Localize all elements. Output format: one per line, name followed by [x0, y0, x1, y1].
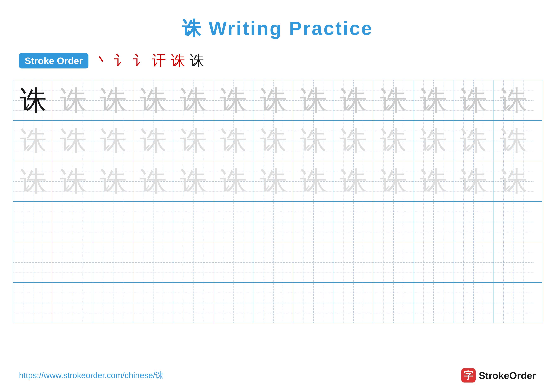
grid-cell: 诛: [373, 121, 413, 161]
stroke-5: 诛: [171, 51, 185, 70]
char-display: 诛: [220, 168, 247, 195]
grid-cell[interactable]: [333, 283, 373, 323]
grid-cell[interactable]: [293, 283, 333, 323]
grid-cell: 诛: [453, 80, 493, 120]
char-display: 诛: [260, 128, 287, 154]
char-display: 诛: [460, 87, 487, 114]
grid-cell: 诛: [333, 161, 373, 201]
grid-cell[interactable]: [13, 283, 53, 323]
grid-cell[interactable]: [413, 242, 453, 282]
footer-logo-text: StrokeOrder: [479, 370, 536, 381]
grid-cell[interactable]: [253, 242, 293, 282]
grid-cell: 诛: [253, 161, 293, 201]
grid-cell: 诛: [53, 161, 93, 201]
grid-cell[interactable]: [13, 242, 53, 282]
char-display: 诛: [380, 128, 407, 154]
grid-row-5: [13, 242, 542, 283]
grid-cell[interactable]: [493, 202, 533, 242]
page-title: 诛 Writing Practice: [0, 0, 555, 42]
grid-cell: 诛: [53, 121, 93, 161]
grid-cell[interactable]: [293, 242, 333, 282]
grid-cell: 诛: [133, 80, 173, 120]
char-display: 诛: [420, 128, 447, 154]
grid-cell[interactable]: [173, 283, 213, 323]
grid-cell[interactable]: [173, 242, 213, 282]
grid-row-6: [13, 283, 542, 323]
grid-row-4: [13, 202, 542, 242]
grid-cell[interactable]: [213, 242, 253, 282]
char-display: 诛: [340, 128, 367, 154]
grid-cell[interactable]: [93, 283, 133, 323]
stroke-order-badge: Stroke Order: [19, 53, 88, 68]
grid-cell: 诛: [133, 121, 173, 161]
char-display: 诛: [100, 87, 127, 114]
grid-cell[interactable]: [93, 202, 133, 242]
footer-url[interactable]: https://www.strokeorder.com/chinese/诛: [19, 370, 163, 381]
grid-cell[interactable]: [13, 202, 53, 242]
grid-cell[interactable]: [373, 283, 413, 323]
grid-cell[interactable]: [213, 202, 253, 242]
char-display: 诛: [260, 87, 287, 114]
char-display: 诛: [180, 87, 207, 114]
grid-cell: 诛: [213, 161, 253, 201]
grid-cell: 诛: [493, 80, 533, 120]
grid-cell[interactable]: [53, 202, 93, 242]
grid-cell[interactable]: [453, 283, 493, 323]
char-display: 诛: [100, 168, 127, 195]
grid-cell: 诛: [13, 80, 53, 120]
grid-cell[interactable]: [53, 283, 93, 323]
grid-row-1: 诛 诛 诛 诛 诛 诛 诛 诛: [13, 80, 542, 121]
grid-cell[interactable]: [173, 202, 213, 242]
practice-grid: 诛 诛 诛 诛 诛 诛 诛 诛: [13, 80, 542, 323]
stroke-4: 讦: [152, 51, 166, 70]
footer: https://www.strokeorder.com/chinese/诛 字 …: [0, 368, 555, 383]
grid-cell[interactable]: [373, 242, 413, 282]
grid-cell: 诛: [253, 80, 293, 120]
grid-cell[interactable]: [213, 283, 253, 323]
grid-cell[interactable]: [413, 283, 453, 323]
grid-cell: 诛: [413, 121, 453, 161]
grid-cell[interactable]: [53, 242, 93, 282]
strokeorder-logo-icon: 字: [461, 368, 475, 383]
grid-cell[interactable]: [333, 202, 373, 242]
grid-cell[interactable]: [373, 202, 413, 242]
grid-cell[interactable]: [493, 283, 533, 323]
char-display: 诛: [220, 87, 247, 114]
grid-cell: 诛: [173, 121, 213, 161]
grid-cell: 诛: [93, 80, 133, 120]
grid-cell[interactable]: [253, 283, 293, 323]
grid-cell[interactable]: [333, 242, 373, 282]
char-display: 诛: [380, 87, 407, 114]
grid-cell[interactable]: [133, 202, 173, 242]
stroke-6: 诛: [190, 51, 204, 70]
grid-cell: 诛: [293, 161, 333, 201]
grid-cell: 诛: [173, 80, 213, 120]
grid-cell: 诛: [93, 121, 133, 161]
grid-cell: 诛: [173, 161, 213, 201]
grid-cell: 诛: [13, 121, 53, 161]
grid-cell[interactable]: [133, 242, 173, 282]
grid-cell: 诛: [213, 80, 253, 120]
grid-cell[interactable]: [493, 242, 533, 282]
grid-cell[interactable]: [253, 202, 293, 242]
char-display: 诛: [100, 128, 127, 154]
char-display: 诛: [140, 128, 167, 154]
char-display: 诛: [300, 87, 327, 114]
char-display: 诛: [300, 168, 327, 195]
grid-row-3: 诛 诛 诛 诛 诛 诛 诛 诛: [13, 161, 542, 202]
grid-row-2: 诛 诛 诛 诛 诛 诛 诛 诛: [13, 121, 542, 161]
char-display: 诛: [180, 128, 207, 154]
char-display: 诛: [60, 168, 87, 195]
grid-cell[interactable]: [133, 283, 173, 323]
grid-cell[interactable]: [93, 242, 133, 282]
grid-cell: 诛: [213, 121, 253, 161]
grid-cell[interactable]: [413, 202, 453, 242]
char-display: 诛: [500, 128, 527, 154]
char-display: 诛: [340, 87, 367, 114]
grid-cell: 诛: [493, 121, 533, 161]
grid-cell[interactable]: [453, 242, 493, 282]
char-display: 诛: [500, 87, 527, 114]
grid-cell: 诛: [333, 80, 373, 120]
grid-cell[interactable]: [293, 202, 333, 242]
grid-cell[interactable]: [453, 202, 493, 242]
